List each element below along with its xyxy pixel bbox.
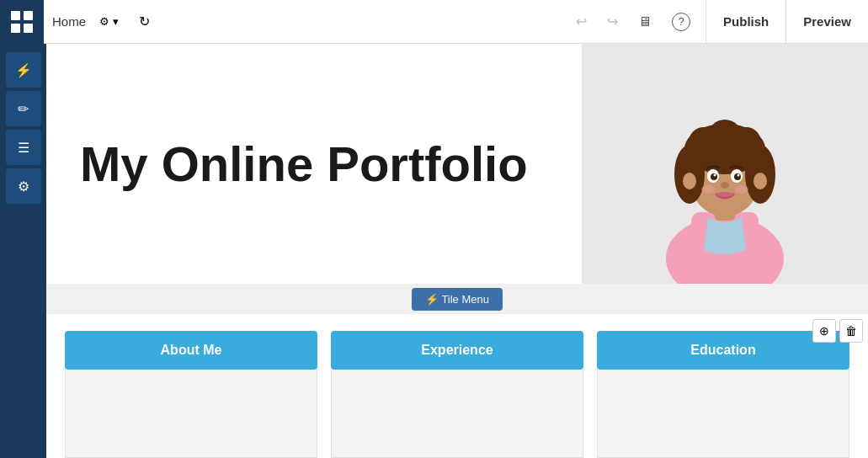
tile-col-experience: Experience xyxy=(331,331,583,458)
undo-icon: ↩ xyxy=(576,14,587,29)
avatar xyxy=(632,56,817,284)
refresh-icon: ↻ xyxy=(139,14,150,29)
sidebar-edit-button[interactable]: ✏ xyxy=(6,91,41,126)
svg-point-21 xyxy=(738,174,740,177)
svg-point-13 xyxy=(731,127,761,157)
move-icon: ⊕ xyxy=(819,324,829,338)
svg-rect-1 xyxy=(24,11,33,20)
svg-point-24 xyxy=(701,185,715,194)
undo-button[interactable]: ↩ xyxy=(567,8,595,35)
gear-icon: ⚙ xyxy=(99,15,109,28)
delete-icon: 🗑 xyxy=(845,324,857,338)
sidebar-list-button[interactable]: ☰ xyxy=(6,130,41,165)
app-logo xyxy=(0,0,44,44)
tiles-section: ⊕ 🗑 About Me Experience Education xyxy=(46,314,868,458)
svg-rect-2 xyxy=(11,24,20,33)
svg-point-25 xyxy=(735,185,748,194)
tiles-edit-bar: ⊕ 🗑 xyxy=(812,319,863,343)
svg-rect-0 xyxy=(11,11,20,20)
tile-col-education: Education xyxy=(597,331,849,458)
list-icon: ☰ xyxy=(18,140,29,156)
svg-point-23 xyxy=(716,192,733,197)
page-title-area: Home ⚙ ▾ ↻ xyxy=(44,10,567,33)
tile-menu-bar: ⚡ Tile Menu xyxy=(46,284,868,314)
refresh-button[interactable]: ↻ xyxy=(132,10,157,33)
tiles-move-button[interactable]: ⊕ xyxy=(812,319,836,343)
education-tile-body xyxy=(597,370,849,458)
svg-point-20 xyxy=(714,174,716,177)
tiles-grid: About Me Experience Education xyxy=(46,314,868,458)
toolbar: Home ⚙ ▾ ↻ ↩ ↪ 🖥 ? Publish Preview xyxy=(0,0,868,44)
gear-icon: ⚙ xyxy=(18,178,29,194)
svg-point-14 xyxy=(683,173,696,189)
education-tile-button[interactable]: Education xyxy=(597,331,849,370)
help-icon: ? xyxy=(672,13,690,31)
canvas-area: My Online Portfolio xyxy=(46,44,868,458)
redo-icon: ↪ xyxy=(607,14,618,29)
svg-point-15 xyxy=(754,173,767,189)
about-me-tile-button[interactable]: About Me xyxy=(65,331,317,370)
desktop-view-button[interactable]: 🖥 xyxy=(630,9,660,35)
hero-text-area: My Online Portfolio xyxy=(46,44,582,284)
tile-menu-button[interactable]: ⚡ Tile Menu xyxy=(412,288,503,311)
chevron-down-icon: ▾ xyxy=(113,15,119,28)
hero-title: My Online Portfolio xyxy=(80,137,528,191)
preview-button[interactable]: Preview xyxy=(786,0,868,44)
tile-col-about: About Me xyxy=(65,331,317,458)
hero-section: My Online Portfolio xyxy=(46,44,868,284)
publish-button[interactable]: Publish xyxy=(706,0,786,44)
svg-point-22 xyxy=(721,182,729,189)
svg-rect-3 xyxy=(24,24,33,33)
sidebar-bolt-button[interactable]: ⚡ xyxy=(6,52,41,88)
sidebar-settings-button[interactable]: ⚙ xyxy=(6,168,41,204)
tiles-delete-button[interactable]: 🗑 xyxy=(839,319,863,343)
page-title: Home xyxy=(52,14,86,29)
page-settings-button[interactable]: ⚙ ▾ xyxy=(93,12,125,31)
toolbar-actions: ↩ ↪ 🖥 ? xyxy=(567,8,706,36)
experience-tile-body xyxy=(331,370,583,458)
desktop-icon: 🖥 xyxy=(638,14,652,29)
bolt-icon: ⚡ xyxy=(15,62,32,78)
hero-image-area xyxy=(582,44,868,284)
left-sidebar: ⚡ ✏ ☰ ⚙ xyxy=(0,44,46,458)
redo-button[interactable]: ↪ xyxy=(599,8,626,35)
help-button[interactable]: ? xyxy=(663,8,699,36)
experience-tile-button[interactable]: Experience xyxy=(331,331,583,370)
main-area: ⚡ ✏ ☰ ⚙ My Online Portfolio xyxy=(0,44,868,458)
about-me-tile-body xyxy=(65,370,317,458)
pencil-icon: ✏ xyxy=(18,101,29,117)
